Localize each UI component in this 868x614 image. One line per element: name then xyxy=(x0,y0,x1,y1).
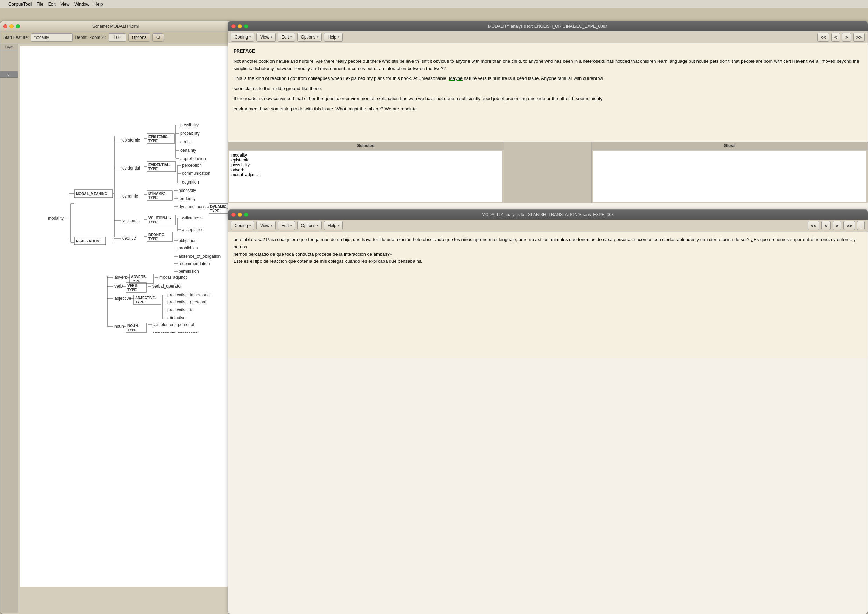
corpus-titlebar: Scheme: MODALITY.xml xyxy=(0,22,231,31)
nav-right-en[interactable]: > xyxy=(842,33,851,42)
selected-item: epistemic xyxy=(231,158,501,163)
adverb-type-node2: TYPE xyxy=(131,279,140,283)
verbal-operator-leaf: verbal_operator xyxy=(152,284,182,288)
minimize-button[interactable] xyxy=(9,24,14,28)
selected-item: modal_adjunct xyxy=(231,172,501,177)
complement-impersonal: complement_impersonal xyxy=(153,331,198,333)
es-paragraph1: una tabla rasa? Para cualquiera que teng… xyxy=(234,236,862,251)
maximize-button-en[interactable] xyxy=(244,24,248,28)
modality-en-toolbar: Coding ▾ View ▾ Edit ▾ Options ▾ Help ▾ … xyxy=(228,31,868,43)
edit-menu[interactable]: Edit xyxy=(48,2,56,7)
dynamic-po-node: DYNAMIC_PO xyxy=(210,205,229,209)
communication-node: communication xyxy=(182,171,211,176)
modality-es-text: una tabla rasa? Para cualquiera que teng… xyxy=(228,232,868,358)
nav-double-right-en[interactable]: >> xyxy=(853,33,865,42)
maximize-button-es[interactable] xyxy=(244,212,248,217)
close-button[interactable] xyxy=(3,24,7,28)
modality-en-window-title: MODALITY analysis for: ENGLISH_ORIGINAL/… xyxy=(488,24,608,29)
coding-menu-es[interactable]: Coding ▾ xyxy=(231,221,254,230)
modality-en-window: MODALITY analysis for: ENGLISH_ORIGINAL/… xyxy=(228,21,868,219)
es-paragraph3: Este es el tipo de reacción que obtenía … xyxy=(234,258,862,265)
window-menu[interactable]: Window xyxy=(74,2,89,7)
edit-menu-es[interactable]: Edit ▾ xyxy=(277,221,295,230)
certainty-node: certainty xyxy=(180,148,196,153)
options-dropdown-arrow: ▾ xyxy=(317,36,319,39)
perception-node: perception xyxy=(182,163,202,168)
gloss-panel-content[interactable] xyxy=(593,151,866,202)
gloss-panel: Gloss xyxy=(592,142,868,203)
view-dropdown-arrow-es: ▾ xyxy=(271,224,273,227)
modality-en-text: PREFACE Not another book on nature and n… xyxy=(228,43,868,141)
nav-extra-es[interactable]: | xyxy=(857,221,865,230)
minimize-button-es[interactable] xyxy=(238,212,242,217)
coding-menu[interactable]: Coding ▾ xyxy=(231,33,254,42)
corpus-body: Laye g: modality MODAL_MEANING REALIZATI… xyxy=(0,44,231,612)
app-menu[interactable]: CorpusTool xyxy=(8,2,31,7)
panels-row-en: Selected modality epistemic possibility … xyxy=(228,141,868,203)
help-menu-en[interactable]: Help ▾ xyxy=(324,33,343,42)
nav-left-en[interactable]: < xyxy=(831,33,840,42)
edit-menu-en[interactable]: Edit ▾ xyxy=(277,33,295,42)
en-paragraph2: This is the kind of reaction I got from … xyxy=(234,75,862,82)
verb-node: verb xyxy=(115,284,123,288)
dynamic-type-node2: TYPE xyxy=(149,196,158,200)
absence-obligation-node: absence_of_obligation xyxy=(178,254,220,259)
close-button-en[interactable] xyxy=(231,24,236,28)
predicative-to: predicative_to xyxy=(167,307,194,312)
modality-es-window-title: MODALITY analysis for: SPANISH_TRANSLATI… xyxy=(482,212,614,217)
verb-type-node: VERB- xyxy=(127,284,138,288)
predicative-personal: predicative_personal xyxy=(167,299,206,304)
file-menu[interactable]: File xyxy=(36,2,43,7)
adjective-type-node2: TYPE xyxy=(135,300,144,304)
tendency-node: tendency xyxy=(178,196,196,201)
options-dropdown-arrow-es: ▾ xyxy=(317,224,319,227)
modality-es-window: MODALITY analysis for: SPANISH_TRANSLATI… xyxy=(228,209,868,614)
selected-item: adverb xyxy=(231,167,501,172)
options-menu-en[interactable]: Options ▾ xyxy=(297,33,322,42)
willingness-node: willingness xyxy=(182,216,202,220)
start-feature-label: Start Feature: xyxy=(3,35,29,40)
evidential-type-node: EVIDENTIAL- xyxy=(149,163,170,167)
edit-dropdown-arrow: ▾ xyxy=(290,36,292,39)
zoom-input[interactable] xyxy=(108,33,126,42)
layer-item xyxy=(0,50,17,71)
view-menu[interactable]: View xyxy=(60,2,69,7)
nav-left-es[interactable]: < xyxy=(822,221,831,230)
help-dropdown-arrow: ▾ xyxy=(338,36,339,39)
side-layers: Laye g: xyxy=(0,44,18,612)
epistemic-type-node: EPISTEMIC- xyxy=(149,135,168,139)
gloss-panel-header: Gloss xyxy=(592,142,868,150)
edit-dropdown-arrow-es: ▾ xyxy=(290,224,292,227)
close-button-es[interactable] xyxy=(231,212,236,217)
help-menu[interactable]: Help xyxy=(94,2,103,7)
depth-label: Depth: xyxy=(75,35,87,40)
help-dropdown-arrow-es: ▾ xyxy=(338,224,339,227)
nav-double-left-en[interactable]: << xyxy=(817,33,829,42)
dynamic-possibility-node: dynamic_possibility xyxy=(178,204,215,209)
evidential-type-node2: TYPE xyxy=(149,167,158,171)
adjective-type-node: ADJECTIVE- xyxy=(135,296,156,300)
options-menu-es[interactable]: Options ▾ xyxy=(297,221,322,230)
view-dropdown-arrow: ▾ xyxy=(271,36,273,39)
dynamic-type-node: DYNAMIC- xyxy=(149,192,166,195)
close-scheme-button[interactable]: Cl xyxy=(152,33,164,42)
modality-es-toolbar: Coding ▾ View ▾ Edit ▾ Options ▾ Help ▾ … xyxy=(228,220,868,232)
view-menu-es[interactable]: View ▾ xyxy=(256,221,276,230)
deontic-type-node: DEONTIC- xyxy=(149,233,165,237)
minimize-button-en[interactable] xyxy=(238,24,242,28)
obligation-node: obligation xyxy=(178,238,197,243)
nav-double-right-es[interactable]: >> xyxy=(843,221,855,230)
tree-area: modality MODAL_MEANING REALIZATION epist… xyxy=(20,46,229,587)
nav-double-left-es[interactable]: << xyxy=(808,221,819,230)
cognition-node: cognition xyxy=(182,180,199,185)
start-feature-input[interactable] xyxy=(31,33,73,42)
view-menu-en[interactable]: View ▾ xyxy=(256,33,276,42)
nav-right-es[interactable]: > xyxy=(832,221,842,230)
macos-menubar: CorpusTool File Edit View Window Help xyxy=(0,0,868,8)
necessity-node: necessity xyxy=(178,188,196,193)
maximize-button[interactable] xyxy=(16,24,20,28)
doubt-node: doubt xyxy=(180,140,191,144)
help-menu-es[interactable]: Help ▾ xyxy=(324,221,343,230)
selected-panel-content[interactable]: modality epistemic possibility adverb mo… xyxy=(229,151,502,202)
options-button[interactable]: Options xyxy=(128,33,150,42)
